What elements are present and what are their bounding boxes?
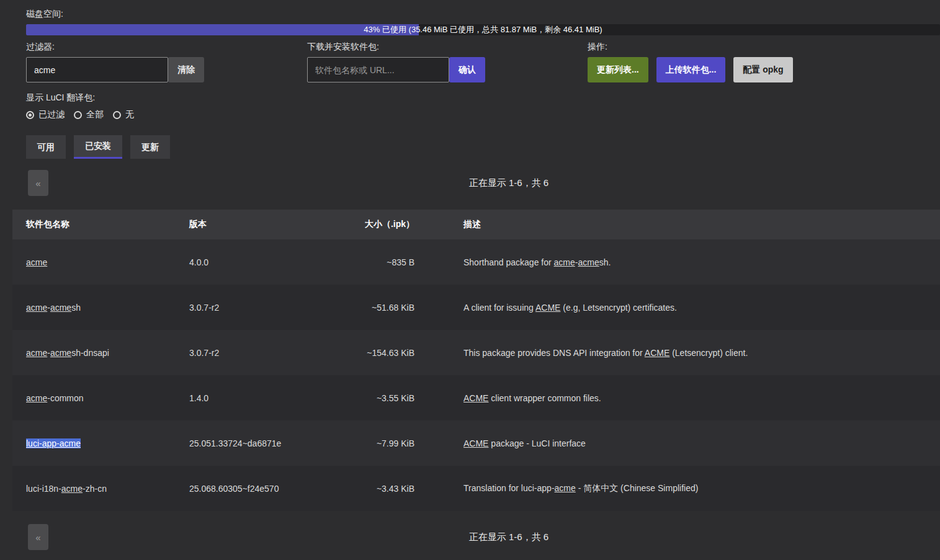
package-name-cell: luci-app-acme — [12, 438, 189, 448]
package-link[interactable]: acme — [26, 257, 47, 267]
pager-bottom: « 正在显示 1-6，共 6 — [0, 524, 940, 550]
package-link[interactable]: acme — [50, 348, 71, 358]
dependency-link[interactable]: acme — [555, 483, 576, 493]
text-segment: This package provides DNS API integratio… — [463, 348, 645, 358]
package-size: ~51.68 KiB — [347, 303, 414, 313]
package-name[interactable]: acme-acmesh-dnsapi — [26, 348, 109, 358]
view-tabs: 可用 已安装 更新 — [26, 135, 940, 159]
radio-label: 无 — [125, 109, 134, 120]
text-segment: sh. — [599, 257, 611, 267]
dependency-link[interactable]: ACME — [463, 438, 488, 448]
table-row: luci-i18n-acme-zh-cn25.068.60305~f24e570… — [12, 466, 940, 511]
clear-filter-button[interactable]: 清除 — [168, 57, 204, 82]
filter-section: 过滤器: 清除 显示 LuCI 翻译包: 已过滤 全部 无 — [26, 42, 307, 120]
header-description: 描述 — [414, 219, 940, 230]
package-size: ~835 B — [347, 257, 414, 267]
dependency-link[interactable]: acme — [578, 257, 599, 267]
software-packages-page: 磁盘空间: 43% 已使用 (35.46 MiB 已使用，总共 81.87 Mi… — [0, 0, 940, 560]
text-segment: (Letsencrypt) client. — [669, 348, 748, 358]
package-name-cell: acme — [12, 257, 189, 267]
text-segment: sh — [71, 303, 81, 313]
package-link[interactable]: acme — [26, 393, 47, 403]
tab-available[interactable]: 可用 — [26, 135, 66, 159]
disk-usage-text: 43% 已使用 (35.46 MiB 已使用，总共 81.87 MiB，剩余 4… — [26, 24, 940, 35]
disk-space-label: 磁盘空间: — [26, 9, 940, 20]
package-version: 25.051.33724~da6871e — [189, 438, 347, 448]
upload-package-button[interactable]: 上传软件包... — [656, 57, 726, 82]
radio-option-filtered[interactable]: 已过滤 — [26, 109, 65, 120]
table-row: acme-acmesh3.0.7-r2~51.68 KiBA client fo… — [12, 285, 940, 330]
radio-option-none[interactable]: 无 — [113, 109, 134, 120]
package-description: ACME package - LuCI interface — [414, 438, 940, 448]
table-row: luci-app-acme25.051.33724~da6871e~7.99 K… — [12, 420, 940, 466]
text-segment: - 简体中文 (Chinese Simplified) — [576, 483, 699, 493]
package-link[interactable]: luci-app-acme — [26, 438, 81, 448]
text-segment: package - LuCI interface — [488, 438, 585, 448]
package-link[interactable]: acme — [26, 303, 47, 313]
package-description: This package provides DNS API integratio… — [414, 348, 940, 358]
filter-input[interactable] — [26, 57, 168, 82]
i18n-filter-label: 显示 LuCI 翻译包: — [26, 92, 307, 104]
package-table-header: 软件包名称 版本 大小（.ipk） 描述 — [12, 210, 940, 239]
text-segment: -common — [47, 393, 83, 403]
package-version: 4.0.0 — [189, 257, 347, 267]
radio-icon — [113, 111, 121, 119]
dependency-link[interactable]: ACME — [463, 393, 488, 403]
package-version: 25.068.60305~f24e570 — [189, 484, 347, 494]
package-version: 1.4.0 — [189, 393, 347, 403]
package-name-cell: acme-acmesh-dnsapi — [12, 348, 189, 358]
package-size: ~7.99 KiB — [347, 438, 414, 448]
tab-updates[interactable]: 更新 — [130, 135, 170, 159]
update-lists-button[interactable]: 更新列表... — [588, 57, 648, 82]
package-link[interactable]: acme — [26, 348, 47, 358]
package-name[interactable]: acme-common — [26, 393, 84, 403]
radio-option-all[interactable]: 全部 — [74, 109, 104, 120]
package-link[interactable]: acme — [50, 303, 71, 313]
controls-row: 过滤器: 清除 显示 LuCI 翻译包: 已过滤 全部 无 — [26, 42, 940, 120]
package-version: 3.0.7-r2 — [189, 348, 347, 358]
dependency-link[interactable]: ACME — [645, 348, 669, 358]
disk-space-section: 磁盘空间: 43% 已使用 (35.46 MiB 已使用，总共 81.87 Mi… — [26, 9, 940, 35]
disk-usage-bar: 43% 已使用 (35.46 MiB 已使用，总共 81.87 MiB，剩余 4… — [26, 24, 940, 35]
install-label: 下载并安装软件包: — [307, 42, 588, 53]
text-segment: luci-i18n- — [26, 484, 61, 494]
package-name[interactable]: acme — [26, 257, 47, 267]
i18n-filter-options: 已过滤 全部 无 — [26, 109, 307, 120]
configure-opkg-button[interactable]: 配置 opkg — [733, 57, 792, 82]
dependency-link[interactable]: acme — [554, 257, 575, 267]
pager-status: 正在显示 1-6，共 6 — [0, 524, 940, 550]
header-size: 大小（.ipk） — [347, 219, 414, 230]
actions-section: 操作: 更新列表... 上传软件包... 配置 opkg — [588, 42, 940, 82]
pager-top: « 正在显示 1-6，共 6 — [0, 170, 940, 196]
pager-prev-button[interactable]: « — [28, 524, 48, 550]
package-name[interactable]: acme-acmesh — [26, 303, 81, 313]
text-segment: Shorthand package for — [463, 257, 554, 267]
install-package-input[interactable] — [307, 57, 449, 82]
table-row: acme4.0.0~835 BShorthand package for acm… — [12, 239, 940, 285]
radio-label: 全部 — [86, 109, 104, 120]
package-description: Translation for luci-app-acme - 简体中文 (Ch… — [414, 483, 940, 494]
confirm-install-button[interactable]: 确认 — [449, 57, 485, 82]
text-segment: sh-dnsapi — [71, 348, 109, 358]
pager-prev-button[interactable]: « — [28, 170, 48, 196]
package-table: 软件包名称 版本 大小（.ipk） 描述 acme4.0.0~835 BShor… — [12, 210, 940, 511]
text-segment: A client for issuing — [463, 303, 535, 313]
selected-package-name[interactable]: luci-app-acme — [26, 438, 81, 448]
tab-installed[interactable]: 已安装 — [74, 135, 122, 159]
package-name[interactable]: luci-i18n-acme-zh-cn — [26, 484, 107, 494]
table-row: acme-acmesh-dnsapi3.0.7-r2~154.63 KiBThi… — [12, 330, 940, 375]
package-name-cell: acme-common — [12, 393, 189, 403]
text-segment: client wrapper common files. — [488, 393, 601, 403]
table-row: acme-common1.4.0~3.55 KiBACME client wra… — [12, 375, 940, 420]
package-table-body: acme4.0.0~835 BShorthand package for acm… — [12, 239, 940, 511]
package-version: 3.0.7-r2 — [189, 303, 347, 313]
dependency-link[interactable]: ACME — [535, 303, 560, 313]
package-link[interactable]: acme — [61, 484, 83, 494]
text-segment: -zh-cn — [83, 484, 107, 494]
package-description: Shorthand package for acme-acmesh. — [414, 257, 940, 267]
radio-icon — [74, 111, 82, 119]
radio-label: 已过滤 — [38, 109, 65, 120]
filter-label: 过滤器: — [26, 42, 307, 53]
package-name-cell: luci-i18n-acme-zh-cn — [12, 484, 189, 494]
package-description: A client for issuing ACME (e.g, Letsencr… — [414, 303, 940, 313]
